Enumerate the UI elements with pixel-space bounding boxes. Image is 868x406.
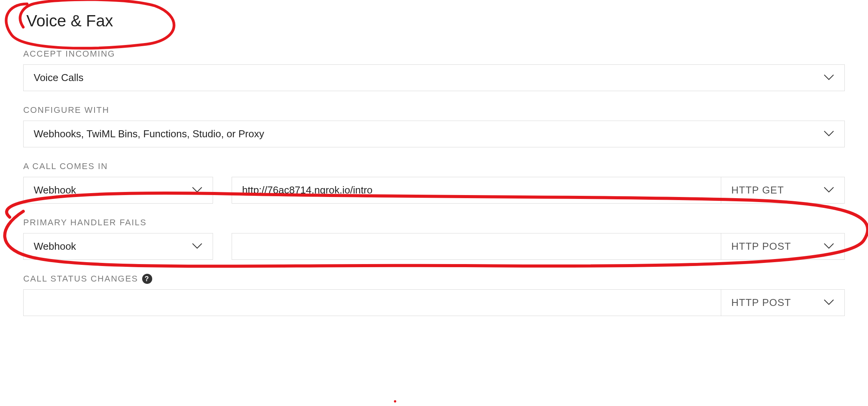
configure-with-select[interactable]: Webhooks, TwiML Bins, Functions, Studio,… [23, 121, 845, 147]
primary-handler-fails-method-select[interactable]: HTTP POST [721, 233, 845, 260]
configure-with-label: CONFIGURE WITH [23, 105, 845, 115]
accept-incoming-select[interactable]: Voice Calls [23, 64, 845, 91]
call-comes-in-method-value: HTTP GET [731, 184, 784, 196]
call-status-changes-field: CALL STATUS CHANGES ? HTTP POST [23, 274, 845, 316]
chevron-down-icon [823, 130, 834, 138]
chevron-down-icon [192, 242, 203, 251]
section-title: Voice & Fax [23, 12, 116, 30]
accept-incoming-value: Voice Calls [34, 72, 84, 84]
help-icon[interactable]: ? [142, 274, 152, 284]
svg-point-0 [394, 400, 396, 403]
call-status-changes-method-value: HTTP POST [731, 297, 791, 309]
accept-incoming-field: ACCEPT INCOMING Voice Calls [23, 49, 845, 91]
accept-incoming-label: ACCEPT INCOMING [23, 49, 845, 59]
call-comes-in-handler-value: Webhook [34, 184, 76, 196]
call-comes-in-label: A CALL COMES IN [23, 161, 845, 171]
call-comes-in-field: A CALL COMES IN Webhook HTTP GET [23, 161, 845, 204]
call-status-changes-label-row: CALL STATUS CHANGES ? [23, 274, 845, 284]
chevron-down-icon [823, 73, 834, 82]
chevron-down-icon [823, 242, 834, 251]
call-comes-in-url-input[interactable] [232, 177, 721, 204]
call-status-changes-label: CALL STATUS CHANGES [23, 274, 138, 284]
call-comes-in-handler-select[interactable]: Webhook [23, 177, 213, 204]
chevron-down-icon [192, 186, 203, 195]
primary-handler-fails-handler-value: Webhook [34, 240, 76, 252]
primary-handler-fails-label: PRIMARY HANDLER FAILS [23, 218, 845, 228]
primary-handler-fails-url-input[interactable] [232, 233, 721, 260]
chevron-down-icon [823, 298, 834, 307]
chevron-down-icon [823, 186, 834, 195]
primary-handler-fails-method-value: HTTP POST [731, 240, 791, 252]
primary-handler-fails-field: PRIMARY HANDLER FAILS Webhook HTTP POST [23, 218, 845, 260]
configure-with-field: CONFIGURE WITH Webhooks, TwiML Bins, Fun… [23, 105, 845, 147]
primary-handler-fails-handler-select[interactable]: Webhook [23, 233, 213, 260]
call-status-changes-method-select[interactable]: HTTP POST [721, 289, 845, 316]
configure-with-value: Webhooks, TwiML Bins, Functions, Studio,… [34, 128, 264, 140]
call-comes-in-method-select[interactable]: HTTP GET [721, 177, 845, 204]
call-status-changes-url-input[interactable] [23, 289, 721, 316]
